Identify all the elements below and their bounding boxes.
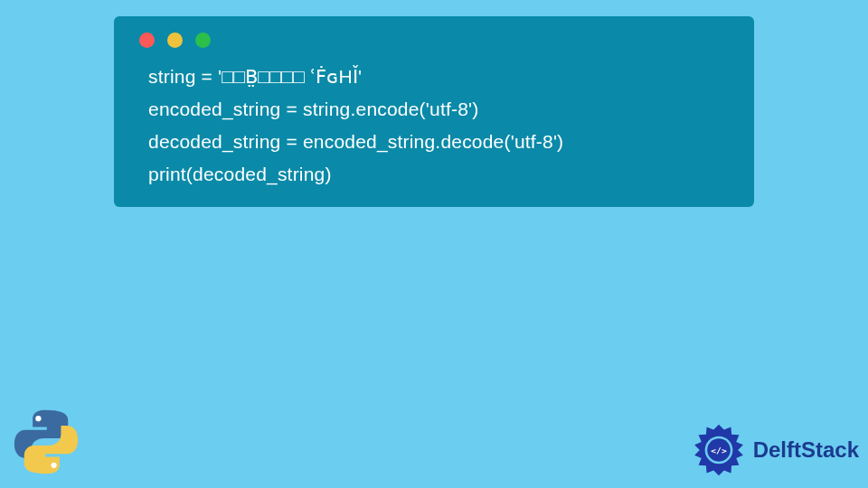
brand-name: DelftStack <box>753 437 859 463</box>
window-traffic-lights <box>139 33 729 48</box>
svg-text:</>: </> <box>711 446 727 455</box>
code-line: encoded_string = string.encode('utf-8') <box>148 99 729 120</box>
minimize-icon <box>167 33 183 48</box>
delftstack-logo-icon: </> <box>690 421 748 479</box>
code-block: string = '□□B̤□□□□ ՙḞɢHǏ' encoded_string… <box>139 66 729 185</box>
maximize-icon <box>195 33 211 48</box>
code-snippet-card: string = '□□B̤□□□□ ՙḞɢHǏ' encoded_string… <box>114 16 754 207</box>
delftstack-branding: </> DelftStack <box>690 421 859 479</box>
code-line: string = '□□B̤□□□□ ՙḞɢHǏ' <box>148 66 729 88</box>
code-line: decoded_string = encoded_string.decode('… <box>148 131 729 153</box>
svg-point-0 <box>35 416 41 421</box>
code-line: print(decoded_string) <box>148 164 729 185</box>
close-icon <box>139 33 155 48</box>
python-logo-icon <box>7 403 85 481</box>
svg-point-1 <box>51 463 56 468</box>
